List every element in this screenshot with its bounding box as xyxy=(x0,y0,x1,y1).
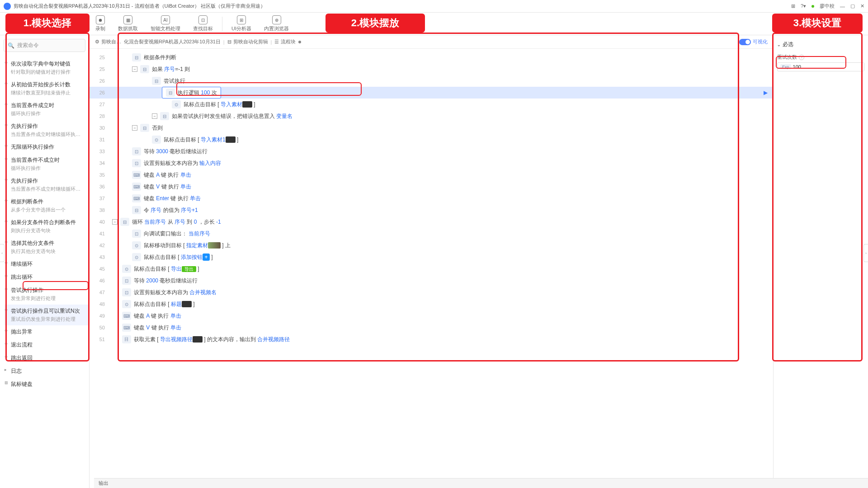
smartdoc-button[interactable]: AI智能文档处理 xyxy=(144,14,187,34)
sidebar-item[interactable]: 先执行操作当后置条件成立时继续循环执… xyxy=(5,120,89,141)
props-section-header[interactable]: 必选 xyxy=(777,39,864,50)
maximize-button[interactable]: ▢ xyxy=(850,3,855,9)
search-icon: 🔍 xyxy=(8,42,14,49)
code-line[interactable]: 45⊙鼠标点击目标 [ 导出导出 ] xyxy=(90,263,773,275)
capture-button[interactable]: ▦数据抓取 xyxy=(112,14,144,34)
sidebar: 🔍 搜索命令 依次读取字典中每对键值针对取到的键值对进行操作从初始值开始按步长计… xyxy=(0,35,90,488)
properties-panel: 必选 重试次数 ? Exp 100 xyxy=(773,35,868,488)
crumb-2[interactable]: ⊟ 剪映自动化剪辑 xyxy=(227,38,268,45)
block-icon: ⊟ xyxy=(152,77,161,85)
code-line[interactable]: 37⌨键盘 Enter 键 执行 单击 xyxy=(90,192,773,204)
retry-count-input[interactable]: Exp 100 xyxy=(777,62,864,71)
minimize-button[interactable]: — xyxy=(840,4,845,9)
sidebar-item[interactable]: 先执行操作当后置条件不成立时继续循环… xyxy=(5,174,89,195)
block-icon: ⊙ xyxy=(122,265,131,273)
code-line[interactable]: 33⊡等待 3000 毫秒后继续运行 xyxy=(90,145,773,157)
sidebar-item[interactable]: 选择其他分支条件执行其他分支语句块 xyxy=(5,237,89,258)
bottom-bar[interactable]: 输出 xyxy=(94,478,868,488)
code-line[interactable]: 35⌨键盘 A 键 执行 单击 xyxy=(90,169,773,181)
sidebar-category[interactable]: 日志 xyxy=(5,365,89,378)
sidebar-item[interactable]: 根据判断条件从多个分支中选择出一个 xyxy=(5,195,89,216)
block-icon: ⊙ xyxy=(172,100,181,108)
fold-icon[interactable]: − xyxy=(152,113,157,119)
block-icon: ⊡ xyxy=(132,147,141,155)
code-line[interactable]: 43⊙鼠标点击目标 [ 添加按钮+ ] xyxy=(90,251,773,263)
sidebar-item[interactable]: 从初始值开始按步长计数继续计数直至到结束值停止 xyxy=(5,78,89,99)
code-line[interactable]: 51目获取元素 [ 导出视频路径 ] 的文本内容，输出到 合并视频路径 xyxy=(90,333,773,345)
block-icon: ⊟ xyxy=(120,218,129,226)
code-line[interactable]: 34⊡设置剪贴板文本内容为 输入内容 xyxy=(90,157,773,169)
left-collapse-handle[interactable]: ‹ xyxy=(0,244,5,262)
sidebar-item[interactable]: 无限循环执行操作 xyxy=(5,141,89,154)
modified-dot xyxy=(298,41,301,43)
sidebar-item[interactable]: 尝试执行操作发生异常则进行处理 xyxy=(5,284,89,305)
fold-icon[interactable]: − xyxy=(132,66,137,72)
sidebar-item[interactable]: 当前置条件成立时循环执行操作 xyxy=(5,99,89,120)
code-line[interactable]: 26⊟尝试执行 xyxy=(90,75,773,87)
titlebar: 剪映自动化混合裂变视频RPA机器人2023年10月31日 - 流程创造者（UiB… xyxy=(0,0,868,13)
code-line[interactable]: 46⊡等待 2000 毫秒后继续运行 xyxy=(90,275,773,286)
sidebar-item[interactable]: 当前置条件不成立时循环执行操作 xyxy=(5,154,89,174)
code-line[interactable]: 31⊙鼠标点击目标 [ 导入素材1 ] xyxy=(90,134,773,145)
crumb-1[interactable]: 化混合裂变视频RPA机器人2023年10月31日 xyxy=(124,38,221,45)
code-line[interactable]: 49⌨键盘 A 键 执行 单击 xyxy=(90,310,773,322)
code-line[interactable]: 36⌨键盘 V 键 执行 单击 xyxy=(90,181,773,192)
block-icon: ⊙ xyxy=(152,136,161,144)
retry-count-label: 重试次数 ? xyxy=(777,54,864,61)
toolbar: ▷运行 □停止 ◷时间线 ⏺录制 ▦数据抓取 AI智能文档处理 ⊡查找目标 ⊞U… xyxy=(0,13,868,35)
block-icon: ⌨ xyxy=(132,194,141,202)
play-icon[interactable]: ▶ xyxy=(764,89,768,96)
uianalyzer-button[interactable]: ⊞UI分析器 xyxy=(225,14,258,34)
output-tab[interactable]: 输出 xyxy=(99,480,108,487)
code-line[interactable]: 47⊡设置剪贴板文本内容为 合并视频名 xyxy=(90,286,773,298)
block-icon: ⊟ xyxy=(160,112,169,120)
code-line[interactable]: 28−⊟如果尝试执行时发生错误，把错误信息置入 变量名 xyxy=(90,110,773,122)
sidebar-item[interactable]: 跳出循环 xyxy=(5,271,89,284)
sidebar-item[interactable]: 抛出异常 xyxy=(5,325,89,338)
sidebar-item[interactable]: 退出流程 xyxy=(5,338,89,352)
block-icon: ⌨ xyxy=(132,183,141,191)
sidebar-item[interactable]: 尝试执行操作且可以重试N次重试后仍发生异常则进行处理 xyxy=(5,305,89,325)
sidebar-item[interactable]: 继续循环 xyxy=(5,258,89,271)
apps-icon[interactable]: ⊞ xyxy=(791,3,795,9)
right-collapse-handle[interactable]: › xyxy=(863,244,868,262)
block-icon: ⊟ xyxy=(140,124,149,132)
window-controls: ⊞ ?▾ 廖中校 — ▢ ✕ xyxy=(791,3,864,9)
code-line[interactable]: 48⊙鼠标点击目标 [ 标题 ] xyxy=(90,298,773,310)
sidebar-item[interactable]: 如果分支条件符合判断条件则执行分支语句块 xyxy=(5,216,89,237)
sidebar-category[interactable]: 鼠标键盘 xyxy=(5,378,89,391)
crumb-root[interactable]: ⚙ 剪映自… xyxy=(95,38,121,45)
code-line[interactable]: 30−⊟否则 xyxy=(90,122,773,134)
code-line[interactable]: 25⊟根据条件判断 xyxy=(90,52,773,63)
code-line[interactable]: 42⊙鼠标移动到目标 [ 指定素材 ] 上 xyxy=(90,239,773,251)
sidebar-item[interactable]: 跳出返回 xyxy=(5,352,89,365)
code-line[interactable]: 40−⊟循环 当前序号 从 序号 到 0 ，步长 -1 xyxy=(90,216,773,228)
record-button[interactable]: ⏺录制 xyxy=(89,14,112,34)
fold-icon[interactable]: − xyxy=(132,125,137,131)
block-icon: ⊟ xyxy=(132,206,141,214)
code-line[interactable]: 26⊟执行逻辑 100 次▶ xyxy=(90,87,773,99)
code-area[interactable]: 25⊟根据条件判断25−⊟如果 序号=-1 则26⊟尝试执行26⊟执行逻辑 10… xyxy=(90,49,773,488)
search-input[interactable]: 🔍 搜索命令 xyxy=(4,39,85,52)
block-icon: ⊟ xyxy=(166,89,175,97)
code-line[interactable]: 25−⊟如果 序号=-1 则 xyxy=(90,63,773,75)
help-icon[interactable]: ? xyxy=(799,55,804,60)
block-icon: ⊡ xyxy=(122,288,131,296)
code-line[interactable]: 27⊙鼠标点击目标 [ 导入素材 ] xyxy=(90,99,773,110)
findtarget-button[interactable]: ⊡查找目标 xyxy=(187,14,219,34)
close-button[interactable]: ✕ xyxy=(860,3,864,9)
help-icon[interactable]: ?▾ xyxy=(801,3,806,9)
code-line[interactable]: 50⌨键盘 V 键 执行 单击 xyxy=(90,322,773,333)
user-name[interactable]: 廖中校 xyxy=(820,3,835,9)
code-line[interactable]: 41⊡向调试窗口输出： 当前序号 xyxy=(90,228,773,239)
crumb-3[interactable]: ☰ 流程块 xyxy=(274,38,296,45)
exp-badge: Exp xyxy=(780,64,791,70)
block-icon: ⊟ xyxy=(140,65,149,73)
switch-icon[interactable] xyxy=(739,39,751,45)
banner-2: 2.模块摆放 xyxy=(326,14,425,33)
sidebar-item[interactable]: 依次读取字典中每对键值针对取到的键值对进行操作 xyxy=(5,57,89,78)
fold-icon[interactable]: − xyxy=(112,219,118,225)
code-line[interactable]: 38⊟令 序号 的值为 序号+1 xyxy=(90,204,773,216)
browser-button[interactable]: ⊕内置浏览器 xyxy=(258,14,295,34)
visual-toggle[interactable]: 可视化 xyxy=(739,38,768,45)
